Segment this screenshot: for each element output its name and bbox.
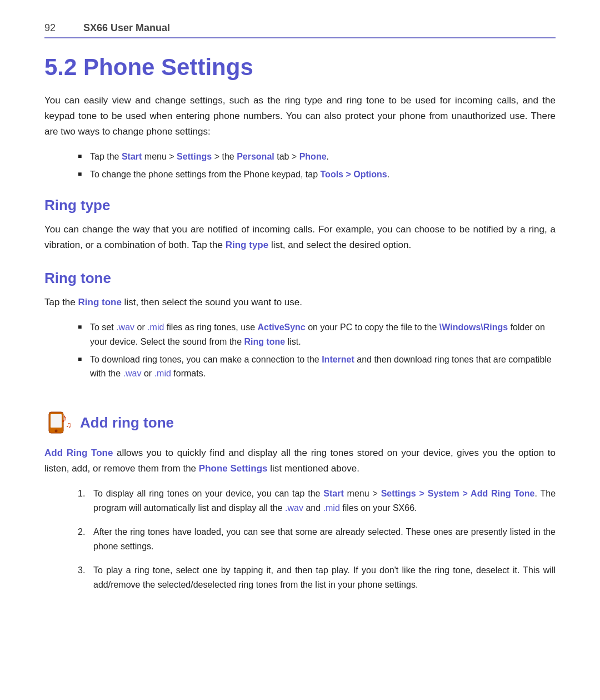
internet-link: Internet xyxy=(322,355,354,364)
step-1-num: 1. xyxy=(78,486,85,501)
settings-link-2: Settings > System > Add Ring Tone xyxy=(381,489,535,498)
step-3-num: 3. xyxy=(78,563,85,578)
svg-point-2 xyxy=(55,429,58,432)
ring-tone-section: Ring tone Tap the Ring tone list, then s… xyxy=(44,270,556,380)
page-number: 92 xyxy=(44,22,67,34)
manual-title: SX66 User Manual xyxy=(83,22,170,34)
ring-type-section: Ring type You can change the way that yo… xyxy=(44,197,556,253)
activesync-link: ActiveSync xyxy=(258,322,306,332)
tools-options-link: Tools > Options xyxy=(321,170,387,179)
page-header: 92 SX66 User Manual xyxy=(44,22,556,34)
phone-settings-link: Phone Settings xyxy=(199,463,268,474)
start-link-2: Start xyxy=(323,489,343,498)
ring-tone-bullets: To set .wav or .mid files as ring tones,… xyxy=(44,320,556,380)
personal-link: Personal xyxy=(237,152,274,161)
add-ring-tone-body: Add Ring Tone allows you to quickly find… xyxy=(44,445,556,476)
intro-bullet-list: Tap the Start menu > Settings > the Pers… xyxy=(44,150,556,181)
bullet-item-1: Tap the Start menu > Settings > the Pers… xyxy=(78,150,556,164)
ring-type-body: You can change the way that you are noti… xyxy=(44,222,556,253)
step-2-num: 2. xyxy=(78,525,85,539)
ring-tone-intro: Tap the Ring tone list, then select the … xyxy=(44,295,556,310)
header-rule xyxy=(44,37,556,38)
svg-text:♫: ♫ xyxy=(66,420,72,429)
section-title: 5.2 Phone Settings xyxy=(44,54,556,81)
ring-tone-link: Ring tone xyxy=(78,297,122,307)
add-ring-tone-header: ♪ ♫ Add ring tone xyxy=(44,409,556,438)
ring-tone-heading: Ring tone xyxy=(44,270,556,287)
wav-link-2: .wav xyxy=(123,369,142,378)
add-ring-tone-steps: 1. To display all ring tones on your dev… xyxy=(44,486,556,592)
mid-link-3: .mid xyxy=(323,503,340,513)
ring-tone-bullet-2: To download ring tones, you can make a c… xyxy=(78,353,556,381)
add-ring-tone-link: Add Ring Tone xyxy=(44,448,113,458)
mid-link-2: .mid xyxy=(154,369,171,378)
intro-text: You can easily view and change settings,… xyxy=(44,93,556,140)
step-1: 1. To display all ring tones on your dev… xyxy=(78,486,556,516)
mid-link: .mid xyxy=(147,322,164,332)
bullet-item-2: To change the phone settings from the Ph… xyxy=(78,167,556,182)
add-ring-tone-section: ♪ ♫ Add ring tone Add Ring Tone allows y… xyxy=(44,409,556,592)
phone-music-icon: ♪ ♫ xyxy=(46,410,72,436)
ring-type-heading: Ring type xyxy=(44,197,556,214)
wav-link-3: .wav xyxy=(285,503,303,513)
ring-tone-bullet-1: To set .wav or .mid files as ring tones,… xyxy=(78,320,556,349)
step-2: 2. After the ring tones have loaded, you… xyxy=(78,525,556,554)
ring-tone-link-2: Ring tone xyxy=(244,337,285,346)
windows-rings-link: \Windows\Rings xyxy=(439,322,508,332)
page: 92 SX66 User Manual 5.2 Phone Settings Y… xyxy=(0,0,600,700)
ring-type-link: Ring type xyxy=(226,240,268,250)
start-link: Start xyxy=(122,152,142,161)
phone-link: Phone xyxy=(299,152,327,161)
wav-link: .wav xyxy=(116,322,134,332)
add-ring-tone-icon: ♪ ♫ xyxy=(44,409,73,438)
svg-rect-1 xyxy=(51,414,62,428)
settings-link: Settings xyxy=(177,152,212,161)
step-3: 3. To play a ring tone, select one by ta… xyxy=(78,563,556,593)
add-ring-tone-heading: Add ring tone xyxy=(80,414,174,431)
